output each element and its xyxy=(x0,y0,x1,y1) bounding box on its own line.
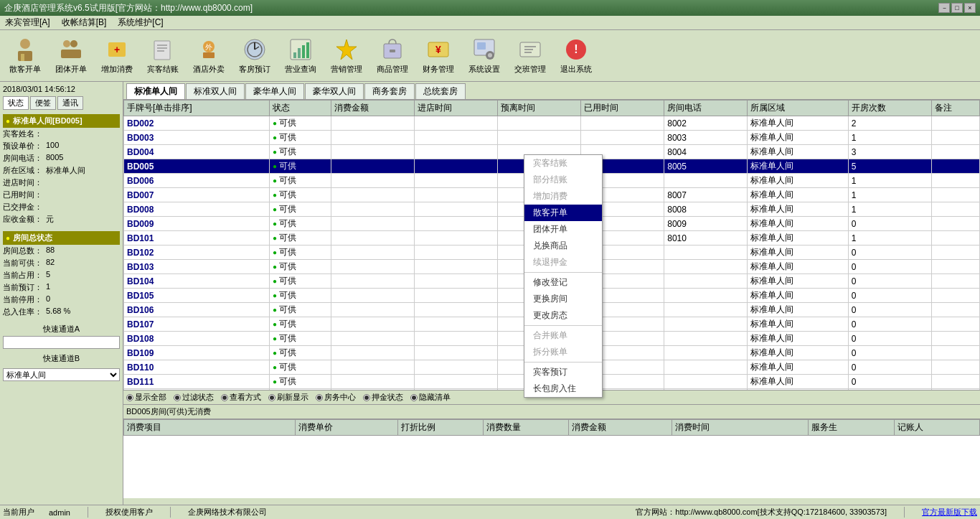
room-consumption xyxy=(331,231,415,246)
room-note xyxy=(931,174,979,188)
col-status[interactable]: 状态 xyxy=(269,100,331,116)
filter-housekeeping[interactable]: 房务中心 xyxy=(316,392,356,403)
table-row[interactable]: BD002 ● 可供 8002 标准单人间 2 xyxy=(124,116,980,131)
tool-shift[interactable]: 交班管理 xyxy=(509,35,551,76)
room-id: BD002 xyxy=(124,116,270,131)
col-checkout[interactable]: 预离时间 xyxy=(498,100,581,116)
room-status: ● 可供 xyxy=(269,360,331,375)
room-note xyxy=(931,159,979,174)
col-consumption[interactable]: 消费金额 xyxy=(331,100,415,116)
tool-settings[interactable]: 系统设置 xyxy=(463,35,505,76)
col-room-number[interactable]: 手牌号[单击排序] xyxy=(124,100,270,116)
room-phone xyxy=(664,360,748,375)
menu-guest-management[interactable]: 来宾管理[A] xyxy=(3,16,52,29)
room-count: 0 xyxy=(848,303,931,317)
filter-status[interactable]: 过滤状态 xyxy=(174,392,214,403)
tab-standard-double[interactable]: 标准双人间 xyxy=(186,83,245,99)
tool-checkout[interactable]: 宾客结账 xyxy=(142,35,184,76)
table-header-row: 手牌号[单击排序] 状态 消费金额 进店时间 预离时间 已用时间 房间电话 所属… xyxy=(124,100,980,116)
tab-business-suite[interactable]: 商务套房 xyxy=(364,83,415,99)
tab-status[interactable]: 状态 xyxy=(3,96,29,110)
tool-group-checkin[interactable]: 团体开单 xyxy=(50,35,92,76)
filter-refresh[interactable]: 刷新显示 xyxy=(268,392,308,403)
context-menu-item-散客开单[interactable]: 散客开单 xyxy=(524,205,602,221)
tab-deluxe-double[interactable]: 豪华双人间 xyxy=(305,83,364,99)
filter-show-all[interactable]: 显示全部 xyxy=(126,392,166,403)
tab-presidential-suite[interactable]: 总统套房 xyxy=(415,83,466,99)
merchandise-icon xyxy=(380,37,405,62)
room-checkin xyxy=(415,116,498,131)
tool-business-query[interactable]: 营业查询 xyxy=(280,35,321,76)
tool-add-consumption[interactable]: + 增加消费 xyxy=(96,35,138,76)
room-id: BD110 xyxy=(124,360,270,375)
room-note xyxy=(931,145,979,159)
context-menu-item-团体开单[interactable]: 团体开单 xyxy=(524,221,602,238)
room-id: BD105 xyxy=(124,289,270,303)
close-button[interactable]: × xyxy=(964,3,976,13)
status-indicator: ● xyxy=(273,263,277,271)
tool-reservation[interactable]: 客房预订 xyxy=(234,35,275,76)
table-row[interactable]: BD003 ● 可供 8003 标准单人间 1 xyxy=(124,131,980,145)
menu-maintenance[interactable]: 系统维护[C] xyxy=(116,16,165,29)
minimize-button[interactable]: － xyxy=(938,3,950,13)
window-controls: － □ × xyxy=(938,3,976,13)
tool-marketing[interactable]: 营销管理 xyxy=(326,35,367,76)
room-area: 标准单人间 xyxy=(748,116,848,131)
svg-rect-26 xyxy=(390,50,395,52)
quick-channel-a-input[interactable] xyxy=(3,336,120,349)
tab-standard-single[interactable]: 标准单人间 xyxy=(126,83,185,99)
room-count: 0 xyxy=(848,260,931,274)
tab-deluxe-single[interactable]: 豪华单人间 xyxy=(245,83,304,99)
context-menu-item-长包房入住[interactable]: 长包房入住 xyxy=(524,380,602,397)
context-menu-item-修改登记[interactable]: 修改登记 xyxy=(524,274,602,291)
filter-deposit[interactable]: 押金状态 xyxy=(363,392,403,403)
tool-finance[interactable]: ¥ 财务管理 xyxy=(418,35,459,76)
room-status: ● 可供 xyxy=(269,159,331,174)
svg-rect-22 xyxy=(302,45,305,58)
room-status: ● 可供 xyxy=(269,346,331,360)
filter-hide-list[interactable]: 隐藏清单 xyxy=(410,392,451,403)
room-id: BD101 xyxy=(124,231,270,246)
svg-text:+: + xyxy=(114,44,120,55)
reservation-label: 客房预订 xyxy=(239,64,270,75)
room-consumption xyxy=(331,145,415,159)
quick-channel-b-select[interactable]: 标准单人间 xyxy=(3,368,120,381)
status-indicator: ● xyxy=(273,134,277,141)
left-panel: 2018/03/01 14:56:12 状态 便签 通讯 标准单人间[BD005… xyxy=(0,82,123,505)
room-note xyxy=(931,346,979,360)
tab-notes[interactable]: 便签 xyxy=(30,96,56,110)
tool-exit[interactable]: ! 退出系统 xyxy=(555,35,597,76)
context-menu-item-更改房态[interactable]: 更改房态 xyxy=(524,307,602,324)
cons-col-waiter: 服务生 xyxy=(809,420,894,436)
radio-housekeeping-dot xyxy=(316,394,323,401)
tool-merchandise[interactable]: 商品管理 xyxy=(372,35,413,76)
info-total-amount: 应收金额： 元 xyxy=(3,213,120,225)
room-used xyxy=(581,131,664,145)
filter-view-mode[interactable]: 查看方式 xyxy=(221,392,261,403)
col-checkin[interactable]: 进店时间 xyxy=(415,100,498,116)
tool-delivery[interactable]: 外 酒店外卖 xyxy=(188,35,230,76)
context-menu-item-宾客预订[interactable]: 宾客预订 xyxy=(524,364,602,380)
col-area[interactable]: 所属区域 xyxy=(748,100,848,116)
context-menu-item-更换房间[interactable]: 更换房间 xyxy=(524,291,602,307)
room-consumption xyxy=(331,289,415,303)
download-link[interactable]: 官方最新版下载 xyxy=(922,507,977,518)
room-status: ● 可供 xyxy=(269,116,331,131)
col-note[interactable]: 备注 xyxy=(931,100,979,116)
tab-comm[interactable]: 通讯 xyxy=(57,96,83,110)
room-note xyxy=(931,375,979,389)
marketing-label: 营销管理 xyxy=(331,64,362,75)
status-indicator: ● xyxy=(273,335,277,342)
room-count: 3 xyxy=(848,145,931,159)
context-menu-item-兑换商品[interactable]: 兑换商品 xyxy=(524,238,602,254)
maximize-button[interactable]: □ xyxy=(951,3,963,13)
col-count[interactable]: 开房次数 xyxy=(848,100,931,116)
svg-rect-30 xyxy=(477,42,486,50)
room-checkin xyxy=(415,159,498,174)
col-used[interactable]: 已用时间 xyxy=(581,100,664,116)
menu-billing[interactable]: 收帐结算[B] xyxy=(60,16,109,29)
info-deposit: 已交押金： xyxy=(3,201,120,213)
tool-checkin[interactable]: 散客开单 xyxy=(4,35,46,76)
col-phone[interactable]: 房间电话 xyxy=(664,100,748,116)
svg-rect-1 xyxy=(18,51,32,61)
